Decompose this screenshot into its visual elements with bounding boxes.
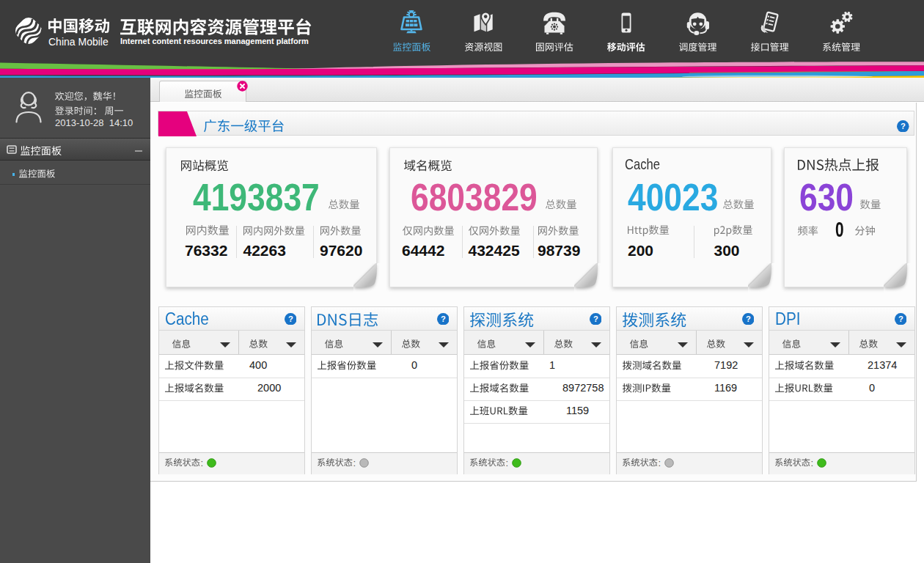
svg-text:?: ? xyxy=(441,314,446,323)
svg-text:?: ? xyxy=(898,314,903,323)
svg-text:?: ? xyxy=(593,314,598,323)
svg-text:?: ? xyxy=(288,314,293,323)
svg-text:?: ? xyxy=(746,314,751,323)
svg-text:?: ? xyxy=(901,122,906,130)
